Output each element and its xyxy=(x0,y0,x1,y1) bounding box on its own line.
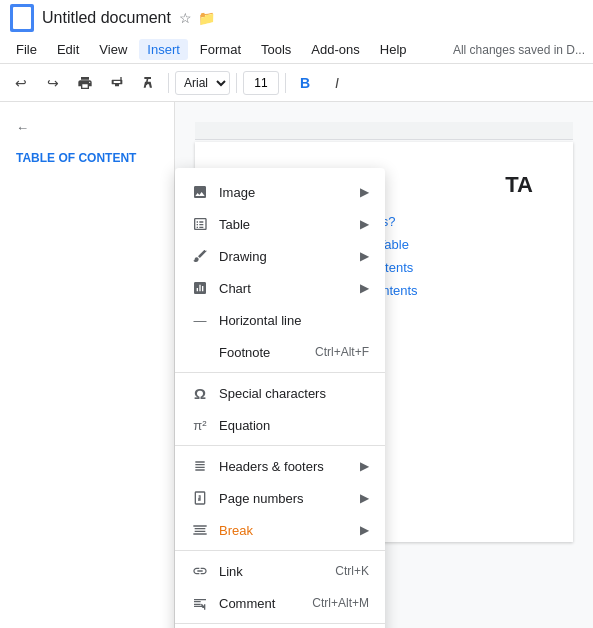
print-button[interactable] xyxy=(72,70,98,96)
menu-section-2: Ω Special characters π² Equation xyxy=(175,373,385,446)
menu-bar: File Edit View Insert Format Tools Add-o… xyxy=(0,36,593,64)
redo-button[interactable]: ↪ xyxy=(40,70,66,96)
sidebar-title: TABLE OF CONTENT xyxy=(0,143,174,173)
menu-item-link[interactable]: Link Ctrl+K xyxy=(175,555,385,587)
menu-item-headers-footers[interactable]: Headers & footers ▶ xyxy=(175,450,385,482)
footnote-icon xyxy=(191,343,209,361)
toolbar: ↩ ↪ Arial B I xyxy=(0,64,593,102)
toolbar-separator-2 xyxy=(236,73,237,93)
comment-label: Comment xyxy=(219,596,302,611)
sidebar: ← TABLE OF CONTENT xyxy=(0,102,175,628)
menu-item-comment[interactable]: Comment Ctrl+Alt+M xyxy=(175,587,385,619)
comment-icon xyxy=(191,594,209,612)
headers-footers-icon xyxy=(191,457,209,475)
menu-item-break[interactable]: Break ▶ xyxy=(175,514,385,546)
image-label: Image xyxy=(219,185,350,200)
menu-item-chart[interactable]: Chart ▶ xyxy=(175,272,385,304)
star-icon[interactable]: ☆ xyxy=(179,10,192,26)
menu-addons[interactable]: Add-ons xyxy=(303,39,367,60)
menu-section-1: Image ▶ Table ▶ Drawing ▶ xyxy=(175,172,385,373)
headers-footers-arrow: ▶ xyxy=(360,459,369,473)
menu-view[interactable]: View xyxy=(91,39,135,60)
menu-edit[interactable]: Edit xyxy=(49,39,87,60)
table-label: Table xyxy=(219,217,350,232)
menu-tools[interactable]: Tools xyxy=(253,39,299,60)
bold-button[interactable]: B xyxy=(292,70,318,96)
main-content: ← TABLE OF CONTENT TA What is a table of… xyxy=(0,102,593,628)
menu-section-4: Link Ctrl+K Comment Ctrl+Alt+M xyxy=(175,551,385,624)
doc-title[interactable]: Untitled document xyxy=(42,9,171,27)
menu-item-table[interactable]: Table ▶ xyxy=(175,208,385,240)
save-status: All changes saved in D... xyxy=(453,43,585,57)
link-shortcut: Ctrl+K xyxy=(335,564,369,578)
chart-label: Chart xyxy=(219,281,350,296)
menu-file[interactable]: File xyxy=(8,39,45,60)
undo-button[interactable]: ↩ xyxy=(8,70,34,96)
menu-item-page-numbers[interactable]: Page numbers ▶ xyxy=(175,482,385,514)
sidebar-back-button[interactable]: ← xyxy=(0,112,174,143)
chart-arrow: ▶ xyxy=(360,281,369,295)
page-numbers-icon xyxy=(191,489,209,507)
menu-item-footnote[interactable]: Footnote Ctrl+Alt+F xyxy=(175,336,385,368)
toolbar-separator-3 xyxy=(285,73,286,93)
image-arrow: ▶ xyxy=(360,185,369,199)
special-chars-icon: Ω xyxy=(191,384,209,402)
menu-item-equation[interactable]: π² Equation xyxy=(175,409,385,441)
footnote-shortcut: Ctrl+Alt+F xyxy=(315,345,369,359)
table-icon xyxy=(191,215,209,233)
break-arrow: ▶ xyxy=(360,523,369,537)
special-chars-label: Special characters xyxy=(219,386,369,401)
break-icon xyxy=(191,521,209,539)
insert-dropdown-menu: Image ▶ Table ▶ Drawing ▶ xyxy=(175,168,385,628)
headers-footers-label: Headers & footers xyxy=(219,459,350,474)
menu-help[interactable]: Help xyxy=(372,39,415,60)
menu-item-special-chars[interactable]: Ω Special characters xyxy=(175,377,385,409)
chart-icon xyxy=(191,279,209,297)
format-clear-button[interactable] xyxy=(136,70,162,96)
menu-insert[interactable]: Insert xyxy=(139,39,188,60)
equation-label: Equation xyxy=(219,418,369,433)
title-bar: Untitled document ☆ 📁 xyxy=(0,0,593,36)
link-icon xyxy=(191,562,209,580)
font-family-select[interactable]: Arial xyxy=(175,71,230,95)
menu-section-3: Headers & footers ▶ Page numbers ▶ Break… xyxy=(175,446,385,551)
table-arrow: ▶ xyxy=(360,217,369,231)
drawing-icon xyxy=(191,247,209,265)
font-size-input[interactable] xyxy=(243,71,279,95)
ruler xyxy=(195,122,573,140)
menu-section-5: Bookmark Table of contents ▶ xyxy=(175,624,385,628)
menu-format[interactable]: Format xyxy=(192,39,249,60)
drawing-label: Drawing xyxy=(219,249,350,264)
menu-item-image[interactable]: Image ▶ xyxy=(175,176,385,208)
footnote-label: Footnote xyxy=(219,345,305,360)
italic-button[interactable]: I xyxy=(324,70,350,96)
toolbar-separator-1 xyxy=(168,73,169,93)
menu-item-drawing[interactable]: Drawing ▶ xyxy=(175,240,385,272)
equation-icon: π² xyxy=(191,416,209,434)
menu-item-horizontal-line[interactable]: — Horizontal line xyxy=(175,304,385,336)
comment-shortcut: Ctrl+Alt+M xyxy=(312,596,369,610)
title-icons: ☆ 📁 xyxy=(179,10,215,26)
horizontal-line-icon: — xyxy=(191,311,209,329)
link-label: Link xyxy=(219,564,325,579)
page-numbers-label: Page numbers xyxy=(219,491,350,506)
folder-icon[interactable]: 📁 xyxy=(198,10,215,26)
image-icon xyxy=(191,183,209,201)
doc-app-icon xyxy=(10,4,34,32)
page-numbers-arrow: ▶ xyxy=(360,491,369,505)
paint-format-button[interactable] xyxy=(104,70,130,96)
drawing-arrow: ▶ xyxy=(360,249,369,263)
horizontal-line-label: Horizontal line xyxy=(219,313,369,328)
back-icon: ← xyxy=(16,120,29,135)
break-label: Break xyxy=(219,523,350,538)
